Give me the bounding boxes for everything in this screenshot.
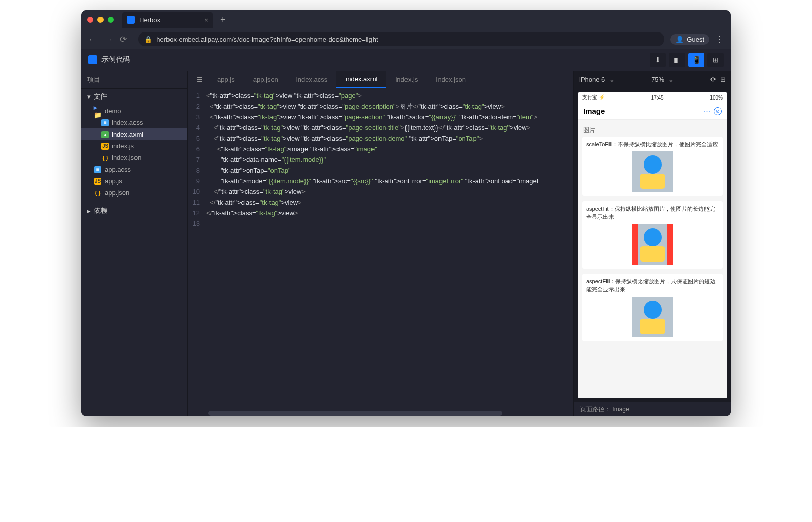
refresh-icon[interactable]: ⟳ [710,76,716,83]
folder-demo[interactable]: ▸📁 demo [81,105,187,117]
back-icon[interactable]: ← [88,35,97,44]
address-bar: ← → ⟳ 🔒 herbox-embed.alipay.com/s/doc-im… [81,29,731,49]
file-app-acss[interactable]: ≡app.acss [81,164,187,175]
browser-tab[interactable]: Herbox × [122,12,213,28]
chevron-down-icon: ⌄ [609,76,615,83]
image-card: aspectFill：保持纵横比缩放图片，只保证图片的短边能完全显示出来 [582,274,723,341]
horizontal-scrollbar[interactable] [188,410,573,416]
maximize-icon[interactable] [108,17,114,23]
chevron-right-icon: ▸ [87,207,91,215]
phone-preview: 支付宝 ⚡ 17:45 100% Image ⋯ ⊙ 图片 [578,92,727,398]
hamburger-icon[interactable]: ☰ [192,76,208,83]
close-icon[interactable] [87,17,93,23]
sidebar-section-deps[interactable]: ▸ 依赖 [81,203,187,218]
tab-index-acss[interactable]: index.acss [287,71,336,88]
favicon-icon [127,16,135,24]
profile-button[interactable]: 👤 Guest [670,34,709,45]
close-tab-icon[interactable]: × [204,16,208,24]
preview-toolbar: iPhone 6 ⌄ 75% ⌄ ⟳ ⊞ [574,71,731,88]
js-icon: JS [101,143,109,150]
new-tab-button[interactable]: + [220,15,226,25]
more-icon[interactable]: ⋯ [704,107,710,115]
status-bar: 支付宝 ⚡ 17:45 100% [578,92,727,103]
demo-image[interactable] [632,224,673,265]
nav-bar: Image ⋯ ⊙ [578,103,727,120]
demo-image[interactable] [632,151,673,192]
axml-icon: ⬥ [101,131,109,138]
js-icon: JS [94,178,101,185]
tab-index-axml[interactable]: index.axml [336,71,386,88]
folder-icon: ▸📁 [94,108,101,115]
reload-icon[interactable]: ⟳ [120,35,127,44]
section-label: 图片 [582,124,723,137]
lock-icon: 🔒 [144,36,152,43]
page-title: Image [583,107,605,115]
download-button[interactable]: ⬇ [650,53,666,67]
chevron-down-icon: ▾ [87,93,91,101]
json-icon: { } [94,189,101,197]
zoom-selector[interactable]: 75% [651,76,664,83]
qrcode-button[interactable]: ◧ [669,53,685,67]
image-card: scaleToFill：不保持纵横比缩放图片，使图片完全适应 [582,137,723,196]
file-index-json[interactable]: { }index.json [81,152,187,164]
url-input[interactable]: 🔒 herbox-embed.alipay.com/s/doc-image?ch… [138,32,664,46]
json-icon: { } [101,154,109,161]
herbox-logo-icon [88,55,97,64]
user-icon: 👤 [675,36,684,43]
sidebar: 项目 ▾ 文件 ▸📁 demo ≡index.acss ⬥index.axml … [81,71,188,416]
app-header: 示例代码 ⬇ ◧ 📱 ⊞ [81,49,731,71]
tab-app-json[interactable]: app.json [244,71,287,88]
demo-image[interactable] [632,297,673,337]
preview-footer: 页面路径： Image [574,402,731,416]
preview-panel: iPhone 6 ⌄ 75% ⌄ ⟳ ⊞ 支付宝 ⚡ 17:45 10 [573,71,731,416]
code-editor[interactable]: 1<"tk-attr">class="tk-tag">view "tk-attr… [188,88,573,410]
phone-preview-button[interactable]: 📱 [688,53,704,67]
sidebar-title: 项目 [81,71,187,89]
grid-button[interactable]: ⊞ [707,53,724,67]
close-circle-icon[interactable]: ⊙ [714,107,722,115]
tab-index-js[interactable]: index.js [386,71,427,88]
css-icon: ≡ [101,119,109,126]
tab-title: Herbox [139,16,160,24]
file-index-js[interactable]: JSindex.js [81,140,187,152]
url-text: herbox-embed.alipay.com/s/doc-image?chIn… [156,36,378,43]
sidebar-section-files[interactable]: ▾ 文件 [81,89,187,104]
tab-index-json[interactable]: index.json [427,71,476,88]
window-titlebar: Herbox × + [81,10,731,29]
css-icon: ≡ [94,166,101,173]
editor: ☰ app.js app.json index.acss index.axml … [188,71,573,416]
file-app-json[interactable]: { }app.json [81,187,187,199]
layout-icon[interactable]: ⊞ [720,76,726,83]
traffic-lights [87,17,114,23]
file-app-js[interactable]: JSapp.js [81,175,187,187]
forward-icon[interactable]: → [104,35,113,44]
editor-tabs: ☰ app.js app.json index.acss index.axml … [188,71,573,88]
preview-scroll[interactable]: 图片 scaleToFill：不保持纵横比缩放图片，使图片完全适应 aspect… [578,120,727,398]
app-title: 示例代码 [101,55,130,64]
tab-app-js[interactable]: app.js [208,71,244,88]
device-selector[interactable]: iPhone 6 [579,76,605,83]
image-card: aspectFit：保持纵横比缩放图片，使图片的长边能完全显示出来 [582,201,723,269]
menu-icon[interactable]: ⋮ [716,35,724,44]
file-index-axml[interactable]: ⬥index.axml [81,128,187,140]
chevron-down-icon: ⌄ [668,76,674,83]
minimize-icon[interactable] [97,17,104,23]
